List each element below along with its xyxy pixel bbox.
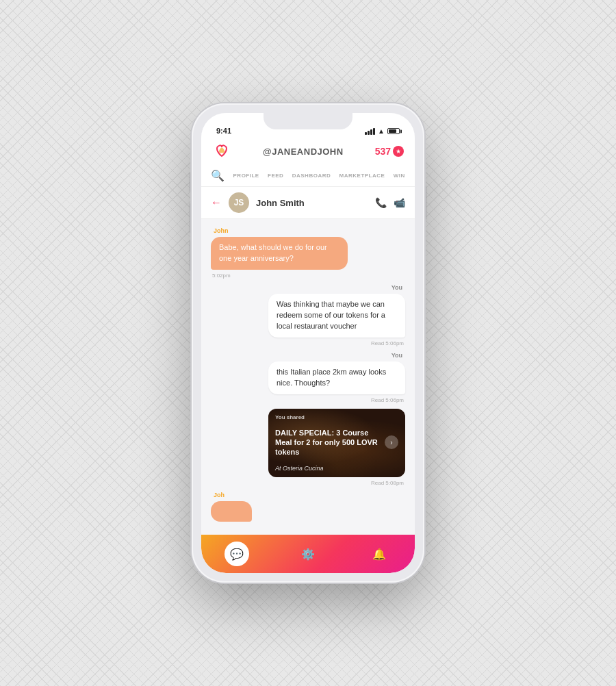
star-icon: ★ (393, 146, 404, 157)
chat-nav-icon: 💬 (230, 548, 244, 561)
msg-time-3: Read 5:06pm (371, 397, 405, 403)
msg-text-1: Babe, what should we do for our one year… (219, 243, 327, 262)
msg-time-1: 5:02pm (211, 272, 231, 279)
card-overlay: You shared DAILY SPECIAL: 3 Course Meal … (268, 409, 405, 477)
bar3 (370, 129, 372, 135)
msg-text-3: this Italian place 2km away looks nice. … (277, 368, 386, 387)
nav-win[interactable]: WIN (394, 173, 405, 179)
token-badge: 537 ★ (375, 146, 404, 157)
partial-bubble (211, 501, 252, 522)
partial-bubble-group: Joh (211, 492, 405, 524)
msg-time-4: Read 5:08pm (371, 480, 405, 486)
bottom-nav: 💬 ⚙️ 🔔 (201, 535, 415, 573)
phone-wrapper: 9:41 ▲ (192, 103, 424, 583)
power-button (424, 186, 426, 220)
chevron-icon: › (385, 435, 398, 449)
msg-sender-john: John (211, 227, 229, 234)
chat-body: John Babe, what should we do for our one… (201, 219, 415, 535)
chat-header: ← JS John Smith 📞 📹 (201, 187, 415, 219)
venue-name: At Osteria Cucina (275, 465, 398, 472)
msg-bubble-2: Was thinking that maybe we can redeem so… (268, 294, 405, 338)
header-actions: 📞 📹 (375, 197, 405, 208)
notifications-nav-icon: 🔔 (372, 548, 386, 561)
battery-icon (387, 128, 400, 134)
message-group-4: You shared DAILY SPECIAL: 3 Course Meal … (211, 409, 405, 486)
back-button[interactable]: ← (211, 196, 222, 209)
nav-profile[interactable]: PROFILE (233, 173, 259, 179)
message-group-2: You Was thinking that maybe we can redee… (211, 284, 405, 346)
msg-bubble-1: Babe, what should we do for our one year… (211, 237, 348, 270)
signal-icon (365, 128, 375, 135)
nav-bar: 🔍 PROFILE FEED DASHBOARD MARKETPLACE WIN (201, 166, 415, 187)
notch (264, 113, 352, 129)
token-count: 537 (375, 146, 391, 157)
battery-fill (389, 129, 396, 133)
msg-time-2: Read 5:06pm (371, 340, 405, 346)
deal-title: DAILY SPECIAL: 3 Course Meal for 2 for o… (275, 428, 382, 457)
contact-name: John Smith (256, 198, 368, 208)
brand-username: @JANEANDJOHN (263, 147, 344, 157)
card-background: You shared DAILY SPECIAL: 3 Course Meal … (268, 409, 405, 477)
status-icons: ▲ (365, 127, 400, 135)
message-group-1: John Babe, what should we do for our one… (211, 227, 405, 279)
settings-nav-icon: ⚙️ (301, 548, 315, 561)
partial-sender: Joh (211, 492, 224, 498)
msg-bubble-3: this Italian place 2km away looks nice. … (268, 361, 405, 394)
app-logo-icon (212, 142, 231, 161)
nav-chat-button[interactable]: 💬 (224, 542, 249, 566)
search-icon[interactable]: 🔍 (211, 169, 224, 182)
phone-icon[interactable]: 📞 (375, 197, 387, 208)
nav-feed[interactable]: FEED (268, 173, 283, 179)
status-time: 9:41 (216, 127, 231, 135)
nav-dashboard[interactable]: DASHBOARD (292, 173, 331, 179)
video-icon[interactable]: 📹 (394, 197, 405, 208)
bar1 (365, 132, 367, 135)
shared-card[interactable]: You shared DAILY SPECIAL: 3 Course Meal … (268, 409, 405, 477)
wifi-icon: ▲ (378, 127, 385, 135)
nav-notifications-button[interactable]: 🔔 (367, 542, 392, 566)
deal-row: DAILY SPECIAL: 3 Course Meal for 2 for o… (275, 428, 398, 457)
phone-shell: 9:41 ▲ (192, 103, 424, 583)
message-group-3: You this Italian place 2km away looks ni… (211, 352, 405, 403)
bar4 (373, 128, 375, 135)
avatar: JS (229, 192, 249, 213)
brand-bar: @JANEANDJOHN 537 ★ (201, 138, 415, 166)
msg-sender-you-2: You (392, 352, 405, 359)
nav-settings-button[interactable]: ⚙️ (296, 542, 320, 566)
shared-label: You shared (275, 414, 398, 420)
phone-screen: 9:41 ▲ (201, 113, 415, 573)
msg-text-2: Was thinking that maybe we can redeem so… (277, 300, 385, 330)
msg-sender-you-1: You (392, 284, 405, 291)
nav-marketplace[interactable]: MARKETPLACE (339, 173, 385, 179)
bar2 (368, 131, 370, 135)
